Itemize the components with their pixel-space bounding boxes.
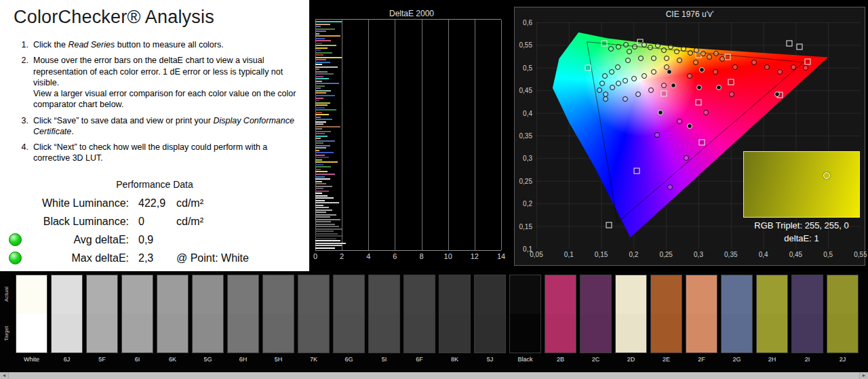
patch-swatch[interactable] [368,275,400,353]
measured-point[interactable] [635,92,641,97]
measured-point[interactable] [615,64,620,70]
deltae-bar[interactable] [315,152,334,153]
deltae-bar[interactable] [315,126,340,127]
measured-point[interactable] [667,184,673,190]
measured-point[interactable] [719,56,725,62]
deltae-bar[interactable] [315,38,325,39]
target-point[interactable] [661,90,667,96]
measured-point[interactable] [681,46,686,52]
measured-point[interactable] [609,69,614,75]
deltae-bar[interactable] [315,78,329,79]
measured-point[interactable] [751,60,757,65]
deltae-bar[interactable] [315,45,336,46]
scroll-left-button[interactable]: ◄ [0,372,8,379]
deltae-bar[interactable] [315,66,338,68]
patch-swatch[interactable] [157,275,189,353]
deltae-bar[interactable] [315,71,328,73]
deltae-bar[interactable] [315,228,342,230]
measured-point[interactable] [602,73,608,79]
deltae-bar[interactable] [315,81,322,82]
measured-point[interactable] [610,85,615,90]
deltae-bar[interactable] [315,174,335,175]
measured-point[interactable] [642,42,647,47]
deltae-bar[interactable] [315,155,325,156]
deltae-bar[interactable] [315,221,331,222]
deltae-bar[interactable] [315,176,325,178]
deltae-bar[interactable] [315,238,336,239]
deltae-bar[interactable] [315,233,338,235]
deltae-bar[interactable] [315,181,322,182]
measured-point[interactable] [713,51,719,56]
patch-swatch[interactable] [509,275,541,353]
measured-point[interactable] [667,69,672,75]
patch-swatch[interactable] [16,275,47,353]
patch-swatch[interactable] [650,275,682,353]
deltae-bar[interactable] [315,178,330,180]
deltae-bar[interactable] [315,21,342,22]
deltae-bar[interactable] [315,47,328,49]
measured-point[interactable] [694,47,699,53]
measured-point[interactable] [701,51,706,56]
measured-point[interactable] [625,58,631,63]
target-point[interactable] [725,54,731,60]
deltae-bar[interactable] [315,131,331,132]
deltae-bar[interactable] [315,202,339,203]
measured-point[interactable] [661,47,667,53]
deltae-bar[interactable] [315,226,339,227]
deltae-bar[interactable] [315,107,325,108]
deltae-bar[interactable] [315,193,322,194]
patch-swatch[interactable] [192,275,224,353]
measured-point[interactable] [616,81,621,86]
deltae-bar[interactable] [315,62,330,63]
measured-point[interactable] [687,123,692,129]
target-point[interactable] [804,59,810,65]
patch-swatch[interactable] [86,275,118,353]
deltae-bar[interactable] [315,224,335,225]
deltae-bar[interactable] [315,191,329,192]
deltae-bar[interactable] [315,104,328,106]
deltae-bar[interactable] [315,123,323,125]
measured-point[interactable] [603,96,608,102]
deltae-bar[interactable] [315,40,331,41]
measured-point[interactable] [631,76,637,81]
deltae-bar[interactable] [315,136,328,137]
deltae-bar[interactable] [315,100,319,101]
deltae-bar[interactable] [315,102,330,104]
scrollbar-thumb[interactable] [8,372,860,379]
patch-swatch[interactable] [51,275,83,353]
deltae-bar[interactable] [315,43,322,44]
deltae-bar[interactable] [315,219,340,220]
deltae-bar[interactable] [315,188,323,189]
patch-swatch[interactable] [721,275,753,353]
target-point[interactable] [634,168,640,174]
measured-point[interactable] [713,69,718,75]
measured-point[interactable] [716,85,722,90]
measured-point[interactable] [684,155,689,161]
measured-point[interactable] [707,54,712,60]
measured-point[interactable] [693,60,698,65]
patch-swatch[interactable] [333,275,365,353]
measured-point[interactable] [623,42,629,47]
measured-point[interactable] [651,56,656,61]
deltae-bar[interactable] [315,212,326,213]
measured-point[interactable] [655,43,660,48]
patch-swatch[interactable] [580,275,612,353]
deltae-bar[interactable] [315,83,339,84]
measured-point[interactable] [623,78,628,83]
deltae-bar[interactable] [315,121,326,123]
deltae-bar[interactable] [315,195,328,197]
deltae-bar[interactable] [315,85,325,87]
target-point[interactable] [786,40,792,46]
deltae-bar[interactable] [315,33,319,35]
measured-point[interactable] [674,49,679,54]
measured-point[interactable] [654,132,660,138]
measured-point[interactable] [777,69,783,75]
measured-point[interactable] [677,119,682,124]
deltae-bar[interactable] [315,119,332,120]
patch-swatch[interactable] [227,275,259,353]
measured-point[interactable] [703,110,709,115]
horizontal-scrollbar[interactable]: ◄ ► [0,372,868,379]
deltae-bar[interactable] [315,214,336,216]
measured-point[interactable] [658,110,663,115]
measured-point[interactable] [791,64,796,70]
